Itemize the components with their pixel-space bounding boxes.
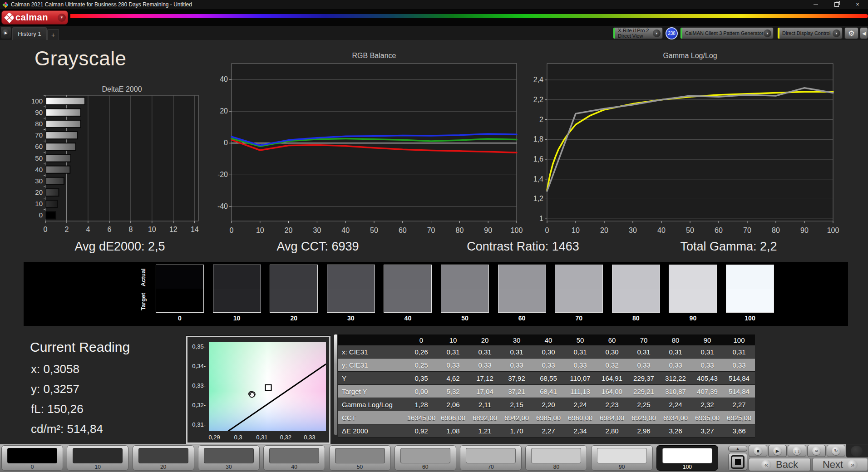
gamma-ytick: 2,2 (533, 96, 543, 103)
meter-select-button[interactable]: X-Rite i1Pro 2 Direct View ▼ (613, 27, 663, 39)
gear-icon: ⚙ (848, 29, 854, 38)
display-control-button[interactable]: Direct Display Control ▼ (777, 27, 843, 39)
table-cell: 2,96 (628, 424, 660, 438)
restore-button[interactable] (826, 0, 847, 9)
table-cell: 0,33 (628, 359, 660, 372)
row-label: y: CIE31 (338, 359, 405, 372)
settings-button[interactable]: ⚙ (844, 27, 858, 39)
table-cell: 310,87 (660, 385, 691, 398)
display-control-label: Direct Display Control (782, 30, 830, 36)
table-cell: 111,13 (564, 385, 596, 398)
deltae-ytick: 90 (35, 108, 43, 116)
pattern-button-70[interactable]: 70 (460, 445, 522, 471)
table-cell: 2,27 (533, 424, 564, 438)
pattern-button-100[interactable]: 100 (656, 445, 718, 471)
swatch-100-target (726, 289, 774, 312)
pattern-button-10[interactable]: 10 (67, 445, 128, 471)
stop-button[interactable]: ■ (749, 445, 767, 457)
rgb_balance-ytick: 40 (220, 75, 228, 83)
cie-ytick: 0,31- (188, 421, 206, 428)
table-cell: 2,25 (628, 398, 660, 411)
pattern-button-90[interactable]: 90 (591, 445, 653, 471)
rgb_balance-xtick: 80 (456, 226, 464, 234)
continuous-button[interactable]: ∞ (807, 445, 826, 457)
cie-target-marker (266, 385, 271, 391)
table-cell: 407,39 (691, 385, 723, 398)
swatch-60-target (498, 289, 546, 312)
minimize-button[interactable] (805, 0, 826, 9)
table-cell: 0,32 (596, 359, 628, 372)
pattern-swatch-60 (400, 448, 450, 463)
pattern-button-50[interactable]: 50 (329, 445, 391, 471)
close-button[interactable]: × (847, 0, 868, 9)
meter-count-badge[interactable]: 238 (666, 27, 678, 39)
pattern-label-100: 100 (657, 464, 718, 470)
pattern-label-70: 70 (460, 464, 521, 470)
play-button[interactable]: ▶ (768, 445, 787, 457)
next-button[interactable]: Next » (812, 458, 868, 471)
deltae-xtick: 10 (148, 226, 156, 233)
table-cell: 164,00 (596, 385, 628, 398)
table-cell: 2,06 (437, 398, 469, 411)
pattern-button-30[interactable]: 30 (198, 445, 260, 471)
pattern-button-20[interactable]: 20 (133, 445, 194, 471)
calman-menu-chevron: ▼ (58, 14, 66, 22)
swatch-60-actual (498, 265, 546, 289)
chevron-down-icon: ▼ (766, 32, 769, 35)
pattern-control-bar: 0 10 20 30 40 50 60 (0, 444, 868, 472)
pattern-button-60[interactable]: 60 (395, 445, 456, 471)
gamma-ytick: 2 (539, 116, 543, 123)
summary-stat-2: Contrast Ratio: 1463 (467, 240, 579, 254)
table-cell: 3,66 (723, 424, 755, 438)
gamma-chart: 1 1,2 1,4 1,6 1,8 2 2,2 2,4 0 10 20 30 4… (524, 60, 868, 237)
calman-menu-button[interactable]: calman ▼ (1, 10, 68, 25)
pattern-label-80: 80 (526, 464, 587, 470)
add-tab-button[interactable]: + (47, 29, 59, 40)
swatch-label-40: 40 (384, 315, 432, 322)
refresh-button[interactable]: ↻ (827, 445, 845, 457)
deltae-xtick: 12 (169, 226, 178, 233)
table-cell: 0,00 (405, 385, 437, 398)
gamma-ytick: 1 (539, 215, 543, 222)
history-panel-toggle[interactable]: ▶ (1, 27, 11, 39)
deltae-ytick: 60 (35, 143, 43, 150)
chevrons-right-icon: » (851, 461, 854, 468)
cie-measured-core (248, 393, 251, 395)
source-select-button[interactable]: CalMAN Client 3 Pattern Generator ▼ (680, 27, 774, 39)
pattern-scroll-up-button[interactable]: ▲ (728, 446, 747, 452)
pattern-label-10: 10 (67, 464, 128, 470)
row-label: ΔE 2000 (338, 424, 405, 438)
swatch-0-target (156, 289, 203, 312)
table-cell: 2,32 (691, 398, 723, 411)
table-cell: 6960,00 (564, 411, 596, 424)
table-col-header: 50 (564, 334, 596, 345)
pattern-label-0: 0 (2, 464, 63, 470)
pattern-button-0[interactable]: 0 (1, 445, 63, 471)
table-cell: 0,92 (405, 424, 437, 438)
table-cell: 17,04 (469, 385, 501, 398)
pattern-swatch-50 (335, 448, 385, 463)
meter-status-stripe (613, 28, 615, 39)
pattern-window-button[interactable] (728, 453, 747, 471)
collapse-panel-button[interactable]: ◀ (860, 27, 868, 39)
swatch-label-30: 30 (327, 315, 375, 322)
pattern-swatch-0 (7, 448, 57, 463)
pattern-button-40[interactable]: 40 (263, 445, 325, 471)
gamma-xtick: 60 (715, 226, 723, 234)
table-cell: 0,33 (437, 359, 469, 372)
table-cell: 0,33 (691, 359, 723, 372)
window-pattern-button[interactable]: [··] (788, 445, 806, 457)
workspace: Grayscale DeltaE 2000 (0, 40, 868, 444)
tab-history-1[interactable]: History 1 (12, 27, 47, 40)
plus-icon: + (51, 31, 55, 39)
pattern-button-80[interactable]: 80 (525, 445, 587, 471)
deltae-ytick: 0 (39, 211, 43, 219)
source-label: CalMAN Client 3 Pattern Generator (685, 30, 763, 36)
row-label: Y (338, 372, 405, 385)
table-cell: 0,31 (723, 345, 755, 359)
window-frame-icon (731, 455, 745, 469)
back-button[interactable]: « Back (749, 458, 811, 471)
gamma-xtick: 40 (657, 226, 666, 234)
table-scrollbar[interactable] (334, 334, 337, 435)
table-cell: 1,28 (405, 398, 437, 411)
